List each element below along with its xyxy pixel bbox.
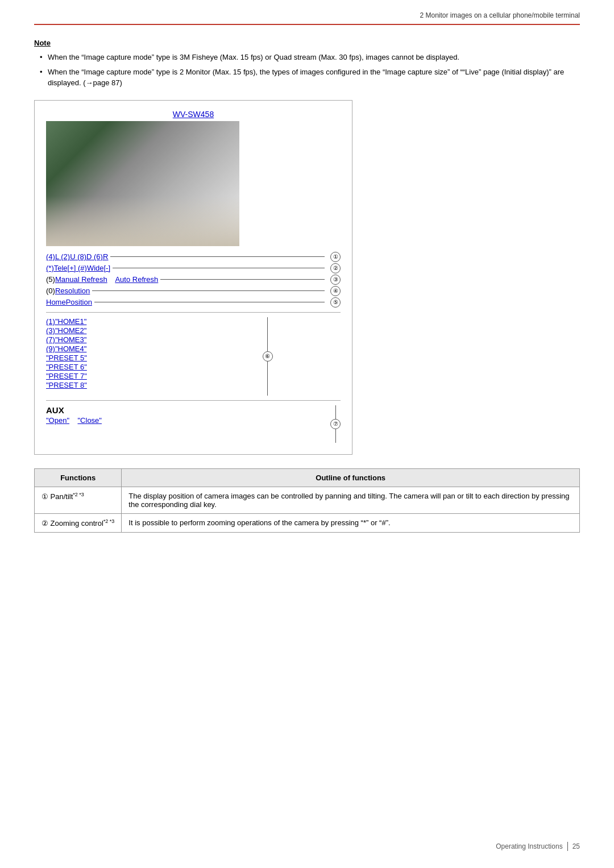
note-list: When the “Image capture mode” type is 3M… — [34, 52, 580, 89]
control-row-4: (0)Resolution ④ — [46, 286, 341, 296]
control-line-5 — [94, 302, 325, 302]
svg-marker-2 — [46, 121, 103, 246]
footer-divider — [567, 842, 568, 851]
control-row-2: (*)Tele[+] (#)Wide[-] ② — [46, 263, 341, 273]
table-row-1: ① Pan/tilt*2 *3 The display position of … — [35, 487, 580, 513]
page-header: 2 Monitor images on a cellular phone/mob… — [34, 11, 580, 25]
control-refresh: (5)Manual Refresh Auto Refresh — [46, 275, 158, 284]
aux-content: AUX "Open" "Close" — [46, 405, 328, 425]
table-cell-function-2: ② Zooming control*2 *3 — [35, 513, 122, 532]
separator-2 — [46, 400, 341, 401]
control-pan-tilt[interactable]: (4)L (2)U (8)D (6)R — [46, 252, 108, 261]
note-section: Note When the “Image capture mode” type … — [34, 39, 580, 89]
preset-list: (1)"HOME1" (3)"HOME2" (7)"HOME3" (9)"HOM… — [46, 317, 192, 390]
header-title: 2 Monitor images on a cellular phone/mob… — [420, 11, 580, 19]
svg-marker-4 — [46, 178, 239, 246]
table-header-functions: Functions — [35, 468, 122, 487]
camera-image-area — [46, 121, 341, 246]
camera-ui-box: WV-SW458 — [34, 100, 352, 455]
preset-home2[interactable]: (3)"HOME2" — [46, 326, 192, 335]
camera-title-link[interactable]: WV-SW458 — [46, 110, 341, 119]
aux-links: "Open" "Close" — [46, 416, 328, 425]
manual-refresh-link[interactable]: Manual Refresh — [55, 275, 107, 284]
aux-open-link[interactable]: "Open" — [46, 416, 69, 425]
preset-line-bottom — [267, 362, 268, 396]
separator-1 — [46, 312, 341, 313]
functions-table: Functions Outline of functions ① Pan/til… — [34, 468, 580, 533]
circle-3: ③ — [330, 275, 341, 285]
svg-rect-0 — [46, 121, 239, 246]
control-row-3: (5)Manual Refresh Auto Refresh ③ — [46, 275, 341, 285]
svg-rect-8 — [114, 121, 171, 124]
function-label-1: ① Pan/tilt*2 *3 — [42, 492, 84, 501]
preset-home3[interactable]: (7)"HOME3" — [46, 335, 192, 344]
control-zoom[interactable]: (*)Tele[+] (#)Wide[-] — [46, 264, 110, 272]
table-cell-outline-2: It is possible to perform zooming operat… — [122, 513, 580, 532]
table-cell-function-1: ① Pan/tilt*2 *3 — [35, 487, 122, 513]
control-line-4 — [92, 290, 325, 291]
control-row-1: (4)L (2)U (8)D (6)R ① — [46, 252, 341, 262]
function-label-2: ② Zooming control*2 *3 — [42, 519, 114, 528]
aux-line-top — [335, 405, 336, 419]
control-line-3 — [160, 279, 325, 280]
controls-section: (4)L (2)U (8)D (6)R ① (*)Tele[+] (#)Wide… — [46, 252, 341, 443]
svg-rect-12 — [223, 171, 235, 180]
svg-rect-10 — [208, 169, 237, 209]
page-footer: Operating Instructions 25 — [496, 842, 580, 851]
circle-2: ② — [330, 263, 341, 273]
resolution-link[interactable]: Resolution — [55, 286, 90, 295]
preset-line-top — [267, 317, 268, 351]
svg-rect-6 — [80, 155, 92, 212]
circle-5: ⑤ — [330, 297, 341, 308]
preset-section: (1)"HOME1" (3)"HOME2" (7)"HOME3" (9)"HOM… — [46, 317, 341, 396]
svg-rect-11 — [210, 171, 221, 180]
note-item-1: When the “Image capture mode” type is 3M… — [40, 52, 580, 63]
table-row-2: ② Zooming control*2 *3 It is possible to… — [35, 513, 580, 532]
circle-7: ⑦ — [330, 419, 341, 429]
preset-home4[interactable]: (9)"HOME4" — [46, 344, 192, 353]
circle-1: ① — [330, 252, 341, 262]
circle-4: ④ — [330, 286, 341, 296]
preset-6[interactable]: "PRESET 6" — [46, 363, 192, 371]
aux-title: AUX — [46, 405, 328, 415]
svg-point-5 — [109, 149, 177, 195]
table-header-outline: Outline of functions — [122, 468, 580, 487]
note-title: Note — [34, 39, 580, 47]
svg-rect-9 — [205, 167, 239, 212]
control-line-1 — [110, 256, 325, 257]
preset-7[interactable]: "PRESET 7" — [46, 372, 192, 380]
note-item-2: When the “Image capture mode” type is 2 … — [40, 67, 580, 89]
home-position-link[interactable]: HomePosition — [46, 298, 92, 306]
control-row-5: HomePosition ⑤ — [46, 297, 341, 308]
aux-section: AUX "Open" "Close" ⑦ — [46, 405, 341, 443]
aux-line-bottom — [335, 429, 336, 443]
auto-refresh-link[interactable]: Auto Refresh — [115, 275, 158, 284]
footer-text: Operating Instructions — [496, 842, 562, 850]
svg-rect-7 — [188, 149, 205, 218]
control-line-2 — [113, 268, 325, 268]
preset-8[interactable]: "PRESET 8" — [46, 381, 192, 389]
camera-image — [46, 121, 239, 246]
preset-home1[interactable]: (1)"HOME1" — [46, 317, 192, 326]
camera-image-svg — [46, 121, 239, 246]
control-resolution: (0)Resolution — [46, 286, 90, 295]
preset-5[interactable]: "PRESET 5" — [46, 354, 192, 362]
svg-marker-3 — [182, 121, 239, 246]
svg-marker-1 — [46, 121, 239, 178]
page-number: 25 — [572, 842, 580, 850]
circle-6: ⑥ — [263, 351, 273, 362]
aux-close-link[interactable]: "Close" — [77, 416, 101, 425]
table-cell-outline-1: The display position of camera images ca… — [122, 487, 580, 513]
